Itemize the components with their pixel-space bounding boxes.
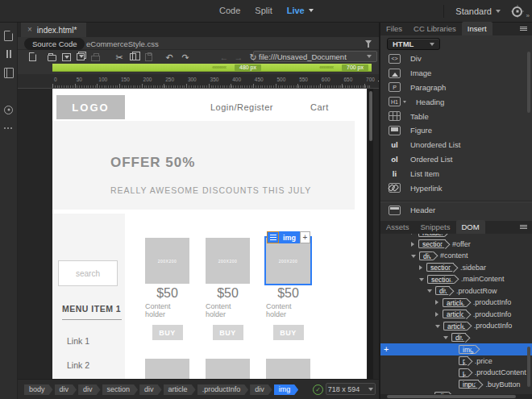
tag-selector-img[interactable]: img <box>274 384 299 395</box>
dom-panel-icon[interactable] <box>2 85 15 97</box>
insert-item-paragraph[interactable]: PParagraph <box>380 81 532 95</box>
sync-settings-icon[interactable] <box>512 6 522 17</box>
collapse-panels-icon[interactable]: » <box>526 12 530 19</box>
dom-tree-node[interactable]: article.productInfo <box>380 309 532 321</box>
copy-icon[interactable] <box>127 52 140 62</box>
insert-item-image[interactable]: Image <box>380 66 532 81</box>
live-view-scrollbar[interactable] <box>368 89 373 379</box>
insert-category-select[interactable]: HTML <box>387 38 440 50</box>
insert-item-heading[interactable]: H1Heading <box>380 94 532 109</box>
toggles-icon[interactable] <box>2 48 15 60</box>
buy-button[interactable]: BUY <box>213 325 243 340</box>
menu-link[interactable]: Link 1 <box>67 336 89 346</box>
viewport-size-selector[interactable]: 718 x 594 <box>326 383 376 395</box>
css-designer-icon[interactable] <box>2 67 15 78</box>
media-query-marker[interactable]: 700 px <box>342 64 368 71</box>
tag-selector-div[interactable]: div <box>250 384 272 395</box>
collapse-icon[interactable] <box>427 289 432 293</box>
menu-link[interactable]: Link 2 <box>67 360 89 370</box>
refresh-icon[interactable]: ↻ <box>247 52 260 62</box>
buy-button[interactable]: BUY <box>273 325 304 340</box>
dom-tree-node[interactable]: +img <box>380 343 532 355</box>
tab-assets[interactable]: Assets <box>380 220 415 234</box>
nav-link-login-register[interactable]: Login/Register <box>210 102 273 112</box>
related-file-css[interactable]: eCommerceStyle.css <box>86 39 159 48</box>
expand-icon[interactable] <box>435 312 438 317</box>
view-mode-code[interactable]: Code <box>219 6 240 15</box>
tag-selector-div[interactable]: div <box>78 384 101 395</box>
tab-files[interactable]: Files <box>380 22 408 35</box>
view-mode-live[interactable]: Live <box>287 6 314 15</box>
collapse-icon[interactable] <box>419 278 424 281</box>
collapse-icon[interactable] <box>443 336 448 339</box>
element-menu-icon[interactable] <box>267 231 279 243</box>
insert-scrollbar-thumb[interactable] <box>527 52 530 113</box>
chevron-down-icon[interactable] <box>367 55 372 58</box>
dom-tree-node[interactable]: article.productInfo <box>380 297 532 309</box>
product-image[interactable] <box>206 359 250 379</box>
add-element-icon[interactable]: + <box>384 343 389 355</box>
new-file-icon[interactable] <box>26 52 39 62</box>
dom-tree-node[interactable]: input.buyButton <box>380 379 532 391</box>
tag-selector-div[interactable]: div <box>139 384 162 395</box>
buy-button[interactable]: BUY <box>152 325 183 340</box>
dom-scrollbar-thumb[interactable] <box>527 347 530 387</box>
dom-tree-node[interactable]: article.productInfo <box>380 320 532 332</box>
insert-item-hyperlink[interactable]: Hyperlink <box>380 181 532 195</box>
product-image[interactable] <box>145 359 189 379</box>
source-code-button[interactable]: Source Code <box>24 38 85 50</box>
tag-selector-div[interactable]: div <box>55 384 77 395</box>
tag-selector-section[interactable]: section <box>102 384 139 395</box>
dom-tree-node[interactable]: section#offer <box>380 239 532 251</box>
expand-icon[interactable] <box>435 300 438 305</box>
redo-icon[interactable]: ↷ <box>179 52 192 62</box>
insert-item-header[interactable]: Header <box>380 203 532 218</box>
element-tag-label[interactable]: img <box>279 231 300 243</box>
nav-link-cart[interactable]: Cart <box>310 102 329 112</box>
save-icon[interactable] <box>60 52 73 62</box>
document-tab[interactable]: × index.html* <box>21 23 86 37</box>
search-input[interactable] <box>58 260 118 286</box>
collapse-icon[interactable] <box>411 255 416 258</box>
insert-item-unordered-list[interactable]: ulUnordered List <box>380 138 532 152</box>
dom-tree-node[interactable]: div <box>380 332 532 344</box>
insert-item-div[interactable]: <>Div <box>380 52 532 66</box>
tab-snippets[interactable]: Snippets <box>415 220 456 234</box>
dom-tree-node[interactable]: div#content <box>380 250 532 262</box>
product-image[interactable]: 200X200 <box>145 238 189 284</box>
insert-item-ordered-list[interactable]: olOrdered List <box>380 152 532 167</box>
tag-selector-productinfo[interactable]: .productInfo <box>197 384 249 395</box>
insert-item-list-item[interactable]: liList Item <box>380 166 532 181</box>
dom-tree-node[interactable]: p.price <box>380 355 532 368</box>
address-bar[interactable]: file:///Unsaved_Document <box>253 51 377 62</box>
panel-menu-icon[interactable] <box>520 225 527 229</box>
tab-dom[interactable]: DOM <box>456 220 485 234</box>
view-mode-split[interactable]: Split <box>255 6 272 15</box>
add-element-icon[interactable]: + <box>300 231 310 243</box>
product-image[interactable] <box>266 359 310 379</box>
expand-icon[interactable] <box>411 242 414 247</box>
document-icon[interactable] <box>2 30 15 41</box>
tab-insert[interactable]: Insert <box>462 22 493 35</box>
insert-item-table[interactable]: Table <box>380 109 532 123</box>
tab-cc-libraries[interactable]: CC Libraries <box>408 22 462 35</box>
page-logo[interactable]: LOGO <box>56 95 125 119</box>
insert-item-figure[interactable]: Figure <box>380 123 532 138</box>
dom-tree-node[interactable]: section.mainContent <box>380 273 532 285</box>
close-icon[interactable]: × <box>27 26 32 34</box>
tag-selector-body[interactable]: body <box>24 384 53 395</box>
save-all-icon[interactable] <box>74 52 87 62</box>
tag-selector-article[interactable]: article <box>164 384 196 395</box>
expand-icon[interactable] <box>411 234 414 235</box>
media-query-marker[interactable]: 480 px <box>235 64 261 71</box>
dom-tree-node[interactable]: div.productRow <box>380 285 532 297</box>
collapse-icon[interactable] <box>435 325 440 328</box>
scrollbar-thumb[interactable] <box>387 395 516 398</box>
chevron-down-icon[interactable] <box>403 101 406 103</box>
scrollbar-thumb[interactable] <box>369 91 372 141</box>
product-image[interactable]: 200X200 <box>206 238 250 284</box>
workspace-switcher[interactable]: Standard <box>455 6 501 16</box>
media-query-bar[interactable]: «««««480 px«««««700 px <box>52 64 372 72</box>
open-file-icon[interactable] <box>45 52 58 62</box>
dom-tree-node[interactable]: p.productContent <box>380 367 532 379</box>
